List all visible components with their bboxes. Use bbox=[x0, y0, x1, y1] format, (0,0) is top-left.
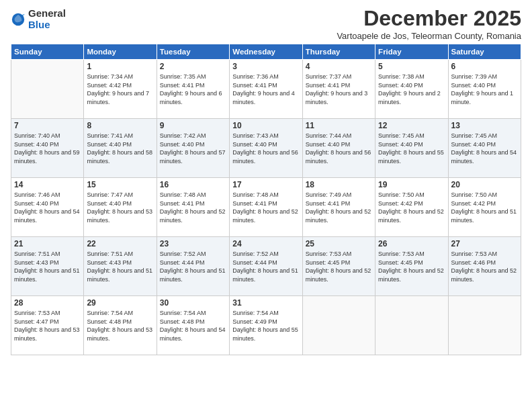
day-number: 19 bbox=[378, 180, 445, 189]
th-monday: Monday bbox=[84, 44, 157, 60]
calendar-week-0: 1 Sunrise: 7:34 AMSunset: 4:42 PMDayligh… bbox=[11, 60, 521, 119]
day-info: Sunrise: 7:35 AMSunset: 4:41 PMDaylight:… bbox=[160, 73, 222, 105]
th-saturday: Saturday bbox=[448, 44, 521, 60]
th-sunday: Sunday bbox=[11, 44, 84, 60]
calendar-cell: 15 Sunrise: 7:47 AMSunset: 4:40 PMDaylig… bbox=[84, 178, 157, 237]
subtitle: Vartoapele de Jos, Teleorman County, Rom… bbox=[337, 31, 521, 41]
calendar-cell: 4 Sunrise: 7:37 AMSunset: 4:41 PMDayligh… bbox=[302, 60, 375, 119]
day-number: 14 bbox=[14, 180, 81, 189]
calendar-cell: 20 Sunrise: 7:50 AMSunset: 4:42 PMDaylig… bbox=[448, 178, 521, 237]
calendar-cell: 31 Sunrise: 7:54 AMSunset: 4:49 PMDaylig… bbox=[230, 296, 302, 355]
day-number: 28 bbox=[14, 298, 81, 308]
day-number: 9 bbox=[160, 121, 226, 130]
day-number: 20 bbox=[451, 180, 518, 189]
day-number: 18 bbox=[306, 180, 372, 189]
calendar-cell: 13 Sunrise: 7:45 AMSunset: 4:40 PMDaylig… bbox=[448, 119, 521, 178]
logo-general: General bbox=[28, 8, 66, 19]
day-number: 3 bbox=[232, 62, 299, 71]
calendar-cell: 6 Sunrise: 7:39 AMSunset: 4:40 PMDayligh… bbox=[448, 60, 521, 119]
day-number: 27 bbox=[451, 239, 518, 248]
calendar-cell: 21 Sunrise: 7:51 AMSunset: 4:43 PMDaylig… bbox=[11, 237, 84, 296]
day-info: Sunrise: 7:48 AMSunset: 4:41 PMDaylight:… bbox=[160, 191, 226, 224]
day-number: 7 bbox=[14, 121, 81, 130]
day-info: Sunrise: 7:52 AMSunset: 4:44 PMDaylight:… bbox=[160, 250, 226, 283]
calendar-week-4: 28 Sunrise: 7:53 AMSunset: 4:47 PMDaylig… bbox=[11, 296, 521, 355]
calendar-cell: 30 Sunrise: 7:54 AMSunset: 4:48 PMDaylig… bbox=[157, 296, 229, 355]
day-number: 29 bbox=[87, 298, 153, 308]
day-info: Sunrise: 7:38 AMSunset: 4:40 PMDaylight:… bbox=[378, 73, 441, 105]
calendar-cell bbox=[375, 296, 448, 355]
day-number: 6 bbox=[451, 62, 518, 71]
day-info: Sunrise: 7:47 AMSunset: 4:40 PMDaylight:… bbox=[87, 191, 152, 224]
calendar-cell bbox=[11, 60, 84, 119]
day-info: Sunrise: 7:46 AMSunset: 4:40 PMDaylight:… bbox=[14, 191, 80, 224]
th-tuesday: Tuesday bbox=[157, 44, 229, 60]
day-info: Sunrise: 7:40 AMSunset: 4:40 PMDaylight:… bbox=[14, 132, 80, 165]
calendar-cell: 22 Sunrise: 7:51 AMSunset: 4:43 PMDaylig… bbox=[84, 237, 157, 296]
calendar-cell: 8 Sunrise: 7:41 AMSunset: 4:40 PMDayligh… bbox=[84, 119, 157, 178]
calendar-table: Sunday Monday Tuesday Wednesday Thursday… bbox=[11, 44, 521, 355]
logo-blue: Blue bbox=[28, 19, 66, 31]
calendar-cell: 26 Sunrise: 7:53 AMSunset: 4:45 PMDaylig… bbox=[375, 237, 448, 296]
day-info: Sunrise: 7:43 AMSunset: 4:40 PMDaylight:… bbox=[232, 132, 298, 165]
day-info: Sunrise: 7:42 AMSunset: 4:40 PMDaylight:… bbox=[160, 132, 226, 165]
day-info: Sunrise: 7:37 AMSunset: 4:41 PMDaylight:… bbox=[306, 73, 368, 105]
calendar-week-3: 21 Sunrise: 7:51 AMSunset: 4:43 PMDaylig… bbox=[11, 237, 521, 296]
calendar-cell: 1 Sunrise: 7:34 AMSunset: 4:42 PMDayligh… bbox=[84, 60, 157, 119]
logo: General Blue bbox=[11, 8, 66, 30]
header-row: General Blue December 2025 Vartoapele de… bbox=[11, 7, 521, 41]
day-number: 13 bbox=[451, 121, 518, 130]
day-info: Sunrise: 7:54 AMSunset: 4:48 PMDaylight:… bbox=[87, 310, 152, 342]
calendar-cell: 9 Sunrise: 7:42 AMSunset: 4:40 PMDayligh… bbox=[157, 119, 229, 178]
day-number: 16 bbox=[160, 180, 226, 189]
day-info: Sunrise: 7:48 AMSunset: 4:41 PMDaylight:… bbox=[232, 191, 298, 224]
calendar-cell: 12 Sunrise: 7:45 AMSunset: 4:40 PMDaylig… bbox=[375, 119, 448, 178]
day-number: 15 bbox=[87, 180, 153, 189]
day-number: 2 bbox=[160, 62, 226, 71]
calendar-cell: 17 Sunrise: 7:48 AMSunset: 4:41 PMDaylig… bbox=[230, 178, 302, 237]
day-number: 22 bbox=[87, 239, 153, 248]
calendar-cell: 19 Sunrise: 7:50 AMSunset: 4:42 PMDaylig… bbox=[375, 178, 448, 237]
calendar-cell: 27 Sunrise: 7:53 AMSunset: 4:46 PMDaylig… bbox=[448, 237, 521, 296]
calendar-cell: 3 Sunrise: 7:36 AMSunset: 4:41 PMDayligh… bbox=[230, 60, 302, 119]
day-info: Sunrise: 7:53 AMSunset: 4:45 PMDaylight:… bbox=[306, 250, 371, 283]
day-info: Sunrise: 7:49 AMSunset: 4:41 PMDaylight:… bbox=[306, 191, 371, 224]
calendar-cell: 11 Sunrise: 7:44 AMSunset: 4:40 PMDaylig… bbox=[302, 119, 375, 178]
day-info: Sunrise: 7:51 AMSunset: 4:43 PMDaylight:… bbox=[87, 250, 152, 283]
day-info: Sunrise: 7:45 AMSunset: 4:40 PMDaylight:… bbox=[378, 132, 444, 165]
calendar-cell: 5 Sunrise: 7:38 AMSunset: 4:40 PMDayligh… bbox=[375, 60, 448, 119]
day-number: 25 bbox=[306, 239, 372, 248]
day-number: 17 bbox=[232, 180, 299, 189]
day-info: Sunrise: 7:36 AMSunset: 4:41 PMDaylight:… bbox=[232, 73, 295, 105]
day-info: Sunrise: 7:54 AMSunset: 4:48 PMDaylight:… bbox=[160, 310, 226, 342]
calendar-cell: 25 Sunrise: 7:53 AMSunset: 4:45 PMDaylig… bbox=[302, 237, 375, 296]
calendar-week-1: 7 Sunrise: 7:40 AMSunset: 4:40 PMDayligh… bbox=[11, 119, 521, 178]
day-info: Sunrise: 7:39 AMSunset: 4:40 PMDaylight:… bbox=[451, 73, 514, 105]
day-info: Sunrise: 7:50 AMSunset: 4:42 PMDaylight:… bbox=[451, 191, 517, 224]
day-info: Sunrise: 7:34 AMSunset: 4:42 PMDaylight:… bbox=[87, 73, 149, 105]
day-number: 10 bbox=[232, 121, 299, 130]
calendar-cell: 23 Sunrise: 7:52 AMSunset: 4:44 PMDaylig… bbox=[157, 237, 229, 296]
day-number: 12 bbox=[378, 121, 445, 130]
th-thursday: Thursday bbox=[302, 44, 375, 60]
day-info: Sunrise: 7:50 AMSunset: 4:42 PMDaylight:… bbox=[378, 191, 444, 224]
calendar-cell: 14 Sunrise: 7:46 AMSunset: 4:40 PMDaylig… bbox=[11, 178, 84, 237]
calendar-cell: 2 Sunrise: 7:35 AMSunset: 4:41 PMDayligh… bbox=[157, 60, 229, 119]
th-friday: Friday bbox=[375, 44, 448, 60]
day-number: 23 bbox=[160, 239, 226, 248]
calendar-cell: 29 Sunrise: 7:54 AMSunset: 4:48 PMDaylig… bbox=[84, 296, 157, 355]
day-info: Sunrise: 7:44 AMSunset: 4:40 PMDaylight:… bbox=[306, 132, 371, 165]
day-number: 8 bbox=[87, 121, 153, 130]
month-title: December 2025 bbox=[337, 7, 521, 30]
day-number: 4 bbox=[306, 62, 372, 71]
calendar-cell: 24 Sunrise: 7:52 AMSunset: 4:44 PMDaylig… bbox=[230, 237, 302, 296]
day-info: Sunrise: 7:41 AMSunset: 4:40 PMDaylight:… bbox=[87, 132, 152, 165]
th-wednesday: Wednesday bbox=[230, 44, 302, 60]
day-number: 24 bbox=[232, 239, 299, 248]
calendar-page: General Blue December 2025 Vartoapele de… bbox=[0, 0, 532, 411]
day-number: 30 bbox=[160, 298, 226, 308]
day-number: 1 bbox=[87, 62, 153, 71]
calendar-cell bbox=[448, 296, 521, 355]
calendar-cell: 28 Sunrise: 7:53 AMSunset: 4:47 PMDaylig… bbox=[11, 296, 84, 355]
day-info: Sunrise: 7:53 AMSunset: 4:45 PMDaylight:… bbox=[378, 250, 444, 283]
